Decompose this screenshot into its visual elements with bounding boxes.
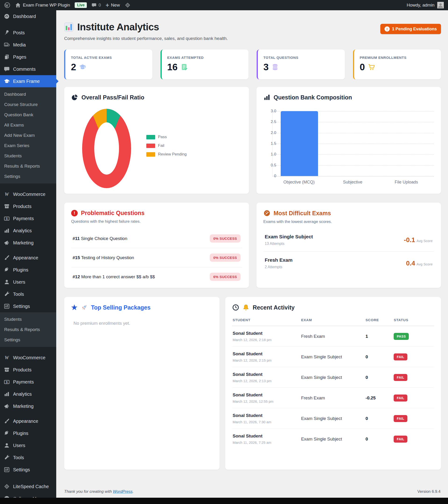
sidebar-item-products[interactable]: Products xyxy=(0,200,56,213)
exam-name: Fresh Exam xyxy=(301,396,365,401)
problematic-question-row: #15 Testing of History Question 0% SUCCE… xyxy=(71,248,242,267)
submenu-item-dashboard[interactable]: Dashboard xyxy=(0,89,56,99)
sidebar-item-users[interactable]: Users xyxy=(0,276,56,288)
sidebar-item-tools[interactable]: Tools xyxy=(0,451,56,464)
sidebar-item-label: Settings xyxy=(13,304,30,309)
sidebar-item-posts[interactable]: Posts xyxy=(0,27,56,39)
sidebar-item-plugins[interactable]: Plugins xyxy=(0,427,56,439)
submenu-item-add-new-exam[interactable]: Add New Exam xyxy=(0,130,56,141)
exam-name: Exam Single Subject xyxy=(265,234,313,239)
megaphone-icon xyxy=(4,403,10,409)
submenu-item-results-reports[interactable]: Results & Reports xyxy=(0,324,56,335)
gauge-icon xyxy=(263,210,270,217)
submenu-item-settings[interactable]: Settings xyxy=(0,335,56,345)
submenu-item-students[interactable]: Students xyxy=(0,151,56,161)
sidebar-item-media[interactable]: Media xyxy=(0,39,56,51)
comments-shortcut[interactable]: 0 xyxy=(91,2,101,8)
sidebar-item-tools[interactable]: Tools xyxy=(0,288,56,300)
avg-score-value: 0.4 xyxy=(406,260,415,267)
sidebar-item-marketing[interactable]: Marketing xyxy=(0,237,56,249)
sidebar-item-analytics[interactable]: Analytics xyxy=(0,225,56,237)
sidebar-item-label: Tools xyxy=(13,291,24,297)
sidebar-item-products[interactable]: Products xyxy=(0,364,56,376)
sidebar-item-appearance[interactable]: Appearance xyxy=(0,415,56,427)
pending-evaluations-button[interactable]: ! 1 Pending Evaluations xyxy=(380,24,441,34)
sidebar-item-woocommerce[interactable]: WooCommerce xyxy=(0,188,56,200)
table-row: Sonal StudentMarch 12, 2026, 2:18 pm Fre… xyxy=(232,326,434,347)
submenu-item-course-structure[interactable]: Course Structure xyxy=(0,99,56,110)
recent-activity-table: STUDENT EXAM SCORE STATUS Sonal StudentM… xyxy=(232,318,434,449)
submenu-item-settings[interactable]: Settings xyxy=(0,171,56,182)
submenu-item-question-bank[interactable]: Question Bank xyxy=(0,110,56,120)
y-axis-tick: 0.5 xyxy=(265,163,276,168)
submenu-item-results-reports[interactable]: Results & Reports xyxy=(0,161,56,171)
stat-label: TOTAL ACTIVE EXAMS xyxy=(71,55,147,59)
new-content-menu[interactable]: + New xyxy=(105,2,120,8)
sidebar-item-pages[interactable]: Pages xyxy=(0,51,56,63)
sidebar-item-appearance[interactable]: Appearance xyxy=(0,252,56,264)
status-badge: FAIL xyxy=(394,374,407,381)
site-link[interactable]: Exam Frame WP Plugin xyxy=(15,2,70,8)
sidebar-item-comments[interactable]: Comments xyxy=(0,63,56,75)
sidebar-item-exam-frame[interactable]: Exam Frame xyxy=(0,75,56,87)
plug-icon xyxy=(4,267,10,273)
admin-sidebar: Dashboard Posts Media Pages Comments Exa… xyxy=(0,10,56,498)
sidebar-item-users[interactable]: Users xyxy=(0,439,56,451)
sidebar-item-label: Products xyxy=(13,367,32,373)
empty-state-text: No premium enrollments yet. xyxy=(71,321,213,326)
account-menu[interactable]: Howdy, admin xyxy=(407,2,444,8)
status-badge: PASS xyxy=(394,333,409,340)
graduation-cap-icon xyxy=(4,78,10,84)
pass-fail-donut-chart xyxy=(82,109,131,188)
submenu-item-exam-series[interactable]: Exam Series xyxy=(0,141,56,151)
student-name: Sonal Student xyxy=(233,372,301,377)
submenu-item-all-exams[interactable]: All Exams xyxy=(0,120,56,130)
bar-objective-mcq xyxy=(281,111,318,176)
sidebar-item-payments[interactable]: Payments xyxy=(0,376,56,388)
attempt-date: March 12, 2026, 2:13 pm xyxy=(233,379,301,383)
difficult-exam-row: Exam Single Subject 13 Attempts -0.1Avg … xyxy=(263,228,434,252)
plug-icon xyxy=(4,430,10,436)
footer-thanks: Thank you for creating with WordPress. xyxy=(64,489,134,494)
sidebar-item-settings[interactable]: Settings xyxy=(0,464,56,476)
sidebar-item-settings[interactable]: Settings xyxy=(0,300,56,312)
most-difficult-exams-card: Most Difficult Exams Exams with the lowe… xyxy=(257,203,441,288)
cart-icon xyxy=(368,63,375,71)
sidebar-item-label: Dashboard xyxy=(13,14,36,19)
submenu-item-students[interactable]: Students xyxy=(0,314,56,324)
sidebar-item-payments[interactable]: Payments xyxy=(0,213,56,225)
exam-name: Fresh Exam xyxy=(265,257,293,263)
database-icon xyxy=(271,63,279,71)
sidebar-item-litespeed-cache[interactable]: LiteSpeed Cache xyxy=(0,480,56,493)
comments-icon xyxy=(4,66,10,72)
stat-card-total-questions: TOTAL QUESTIONS 3 xyxy=(257,50,345,79)
y-axis-tick: 1.0 xyxy=(265,152,276,157)
attempt-date: March 12, 2026, 2:18 pm xyxy=(233,338,301,342)
sidebar-item-plugins[interactable]: Plugins xyxy=(0,264,56,276)
woocommerce-icon xyxy=(4,191,10,197)
sidebar-item-woocommerce[interactable]: WooCommerce xyxy=(0,352,56,364)
comment-bubble-icon xyxy=(91,2,97,8)
sidebar-item-label: Payments xyxy=(13,216,34,221)
sidebar-item-label: Appearance xyxy=(13,255,38,261)
exam-attempts: 2 Attempts xyxy=(265,265,293,269)
user-icon xyxy=(4,442,10,449)
column-header-score: SCORE xyxy=(366,318,394,322)
sidebar-item-analytics[interactable]: Analytics xyxy=(0,388,56,400)
avatar xyxy=(437,2,444,8)
litespeed-toolbar-menu[interactable] xyxy=(125,2,131,8)
card-title: Recent Activity xyxy=(253,304,295,311)
exam-name: Exam Single Subject xyxy=(301,416,365,421)
sidebar-item-label: Marketing xyxy=(13,404,34,409)
bell-icon xyxy=(242,304,249,311)
wordpress-logo-menu[interactable] xyxy=(4,2,10,8)
sidebar-item-dashboard[interactable]: Dashboard xyxy=(0,10,56,22)
megaphone-icon xyxy=(4,240,10,246)
wordpress-link[interactable]: WordPress xyxy=(113,489,133,494)
student-name: Sonal Student xyxy=(233,392,301,397)
top-selling-packages-card: ★ Top Selling Packages No premium enroll… xyxy=(64,297,220,470)
question-id: #12 xyxy=(72,274,80,279)
star-icon: ★ xyxy=(71,304,77,311)
question-title: Single Choice Question xyxy=(80,236,127,241)
sidebar-item-marketing[interactable]: Marketing xyxy=(0,400,56,412)
